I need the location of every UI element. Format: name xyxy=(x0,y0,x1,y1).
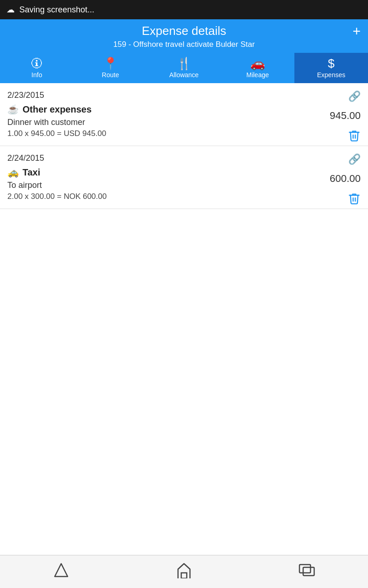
header: Expense details + 159 - Offshore travel … xyxy=(0,19,368,53)
category-label-2: Taxi xyxy=(23,167,40,178)
bottom-nav xyxy=(0,555,368,588)
subtitle: 159 - Offshore travel activate Bulder St… xyxy=(7,40,361,49)
route-icon: 📍 xyxy=(103,57,118,69)
entry-description-2: To airport xyxy=(7,181,333,190)
svg-rect-3 xyxy=(303,567,314,576)
svg-rect-2 xyxy=(299,565,310,573)
add-button[interactable]: + xyxy=(352,24,361,38)
entry-date-1: 2/23/2015 xyxy=(7,90,333,100)
allowance-icon: 🍴 xyxy=(177,57,191,69)
svg-rect-1 xyxy=(181,573,187,578)
entry-actions-1: 🔗 945.00 xyxy=(330,90,361,145)
category-label-1: Other expenses xyxy=(23,104,92,115)
tab-route-label: Route xyxy=(102,71,119,79)
tab-mileage[interactable]: 🚗 Mileage xyxy=(221,53,294,83)
entry-category-1: ☕ Other expenses xyxy=(7,104,333,115)
info-icon: 🛈 xyxy=(31,57,43,69)
entry-category-2: 🚕 Taxi xyxy=(7,167,333,178)
tab-expenses[interactable]: $ Expenses xyxy=(294,53,368,83)
tab-route[interactable]: 📍 Route xyxy=(74,53,147,83)
svg-marker-0 xyxy=(55,564,68,577)
tab-info-label: Info xyxy=(31,71,42,79)
mileage-icon: 🚗 xyxy=(250,57,265,69)
category-icon-1: ☕ xyxy=(7,104,19,115)
entry-amount-1: 945.00 xyxy=(330,110,361,122)
delete-button-1[interactable] xyxy=(348,129,361,145)
delete-button-2[interactable] xyxy=(348,192,361,208)
tab-info[interactable]: 🛈 Info xyxy=(0,53,74,83)
tab-expenses-label: Expenses xyxy=(317,71,345,79)
link-icon-1[interactable]: 🔗 xyxy=(348,90,361,102)
content: 2/23/2015 ☕ Other expenses Dinner with c… xyxy=(0,83,368,555)
page-title: Expense details xyxy=(7,24,361,38)
status-text: Saving screenshot... xyxy=(19,5,94,15)
expenses-icon: $ xyxy=(328,57,334,69)
status-bar: ☁ Saving screenshot... xyxy=(0,0,368,19)
entry-calc-1: 1.00 x 945.00 = USD 945.00 xyxy=(7,129,333,138)
tab-allowance-label: Allowance xyxy=(169,71,199,79)
entry-calc-2: 2.00 x 300.00 = NOK 600.00 xyxy=(7,192,333,201)
link-icon-2[interactable]: 🔗 xyxy=(348,153,361,165)
expense-entry-1: 2/23/2015 ☕ Other expenses Dinner with c… xyxy=(0,83,368,146)
nav-back-button[interactable] xyxy=(44,558,79,585)
nav-home-button[interactable] xyxy=(167,558,201,585)
expense-entry-2: 2/24/2015 🚕 Taxi To airport 2.00 x 300.0… xyxy=(0,146,368,209)
tab-allowance[interactable]: 🍴 Allowance xyxy=(147,53,221,83)
entry-amount-2: 600.00 xyxy=(330,173,361,185)
entry-date-2: 2/24/2015 xyxy=(7,153,333,163)
nav-recents-button[interactable] xyxy=(289,558,324,585)
entry-actions-2: 🔗 600.00 xyxy=(330,153,361,208)
cloud-icon: ☁ xyxy=(6,5,15,15)
entry-description-1: Dinner with customer xyxy=(7,118,333,127)
tab-mileage-label: Mileage xyxy=(246,71,269,79)
category-icon-2: 🚕 xyxy=(7,167,19,178)
tab-bar: 🛈 Info 📍 Route 🍴 Allowance 🚗 Mileage $ E… xyxy=(0,53,368,83)
